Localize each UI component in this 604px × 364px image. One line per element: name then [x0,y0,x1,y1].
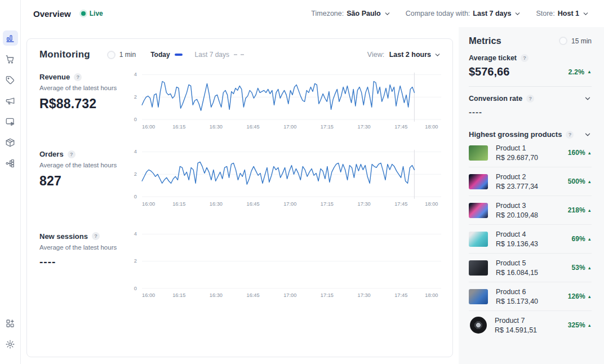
chevron-down-icon[interactable] [584,131,592,139]
fifteen-min-label: 15 min [571,37,592,45]
average-ticket-block: Average ticket ? $576,66 2.2% ▲ [469,54,592,78]
product-info: Product 1R$ 29.687,70 [496,144,568,162]
product-thumbnail [469,203,488,218]
product-name: Product 2 [496,173,568,181]
product-name: Product 1 [496,144,568,152]
conversion-rate-label: Conversion rate [469,95,522,103]
svg-text:4: 4 [134,72,137,77]
svg-text:0: 0 [134,194,137,199]
one-min-radio[interactable]: 1 min [107,51,136,59]
conversion-rate-value: ---- [469,107,592,117]
store-dropdown[interactable]: Store: Host 1 [536,10,589,17]
svg-text:17:30: 17:30 [358,201,371,207]
help-icon[interactable]: ? [92,232,100,240]
products-list: Product 1R$ 29.687,70160%▲Product 2R$ 23… [469,139,592,339]
product-info: Product 4R$ 19.136,43 [496,230,572,248]
orders-line-chart: 02416:0016:1516:3016:4517:0017:1517:3017… [128,149,441,208]
product-info: Product 5R$ 16.084,15 [496,259,572,277]
fifteen-min-radio[interactable]: 15 min [559,37,592,45]
sidebar-item-screen-share[interactable] [3,114,18,129]
sidebar-item-orders[interactable] [3,51,18,66]
svg-text:17:30: 17:30 [358,124,371,130]
delta-value: 69% [572,235,585,243]
chevron-down-icon [514,10,521,17]
delta-value: 53% [572,264,585,272]
compare-dropdown[interactable]: Compare today with: Last 7 days [406,10,522,17]
svg-text:18:00: 18:00 [425,201,438,207]
sidebar-item-analytics[interactable] [3,30,18,46]
product-thumbnail [469,260,488,276]
sessions-chart: 02416:0016:1516:3016:4517:0017:1517:3017… [128,231,441,300]
help-icon[interactable]: ? [74,73,82,81]
orders-chart: 02416:0016:1516:3016:4517:0017:1517:3017… [128,149,441,208]
product-price: R$ 15.173,40 [496,298,568,305]
product-price: R$ 29.687,70 [496,154,568,162]
product-delta: 325%▲ [568,321,592,329]
help-icon[interactable]: ? [521,54,528,62]
orders-chart-row: Orders ? Average of the latest hours 827… [39,149,441,208]
product-name: Product 3 [496,202,568,210]
store-value: Host 1 [558,10,579,17]
product-info: Product 3R$ 20.109,48 [496,202,568,219]
help-icon[interactable]: ? [566,131,574,139]
legend-today-line-icon [175,54,183,56]
apps-add-icon [5,318,15,329]
tag-icon [5,75,15,85]
trend-up-icon: ▲ [588,208,592,213]
legend-compare-line-icon [234,54,244,55]
sidebar-item-settings[interactable] [3,336,18,352]
delta-value: 500% [568,177,585,185]
chevron-down-icon [582,10,589,17]
sidebar-item-marketing[interactable] [3,93,18,108]
svg-text:16:30: 16:30 [210,292,223,298]
product-row: Product 2R$ 23.777,34500%▲ [469,167,592,196]
product-row: Product 4R$ 19.136,4369%▲ [469,225,592,254]
live-label: Live [90,10,103,17]
help-icon[interactable]: ? [526,95,534,103]
products-header: Highest grossing products ? [469,130,592,139]
metrics-panel: Metrics 15 min Average ticket ? $576,66 [459,27,604,364]
chevron-down-icon[interactable] [584,95,592,103]
svg-text:4: 4 [134,149,137,155]
svg-text:2: 2 [134,258,137,264]
timezone-label: Timezone: [311,10,344,17]
sessions-meta: New sessions ? Average of the latest hou… [39,231,128,300]
view-dropdown[interactable]: View: Last 2 hours [367,51,441,59]
bar-chart-icon [5,33,15,43]
svg-text:2: 2 [134,172,137,177]
product-thumbnail [469,145,488,161]
product-name: Product 5 [496,259,572,267]
svg-text:16:45: 16:45 [247,201,260,207]
sidebar-item-apps-add[interactable] [3,316,18,331]
help-icon[interactable]: ? [68,150,76,158]
legend-today-label: Today [150,51,170,59]
screen-share-icon [5,117,15,127]
package-icon [5,137,15,148]
content: Monitoring 1 min Today Last 7 days [21,27,459,364]
revenue-subtitle: Average of the latest hours [39,85,128,91]
svg-text:18:00: 18:00 [425,124,438,130]
revenue-line-chart: 02416:0016:1516:3016:4517:0017:1517:3017… [128,72,441,131]
product-price: R$ 16.084,15 [496,269,572,277]
trend-up-icon: ▲ [588,265,592,270]
timezone-dropdown[interactable]: Timezone: São Paulo [311,10,390,17]
delta-value: 218% [568,206,585,214]
svg-text:16:00: 16:00 [142,124,155,130]
trend-up-icon: ▲ [588,179,592,184]
timezone-value: São Paulo [347,10,380,17]
sessions-value: ---- [39,256,128,268]
sidebar-item-catalog[interactable] [3,135,18,150]
live-dot-icon [81,11,86,16]
svg-text:16:15: 16:15 [172,124,185,130]
svg-text:17:00: 17:00 [283,292,296,298]
orders-value: 827 [39,174,128,189]
product-row: Product 1R$ 29.687,70160%▲ [469,139,592,167]
svg-text:2: 2 [134,94,137,100]
radio-icon [107,51,116,59]
sidebar-item-products[interactable] [3,72,18,87]
svg-text:17:45: 17:45 [394,201,407,207]
sidebar-item-integrations[interactable] [3,156,18,171]
revenue-chart-row: Revenue ? Average of the latest hours R$… [39,72,441,131]
sessions-chart-row: New sessions ? Average of the latest hou… [39,231,441,300]
metrics-title: Metrics [469,35,501,46]
